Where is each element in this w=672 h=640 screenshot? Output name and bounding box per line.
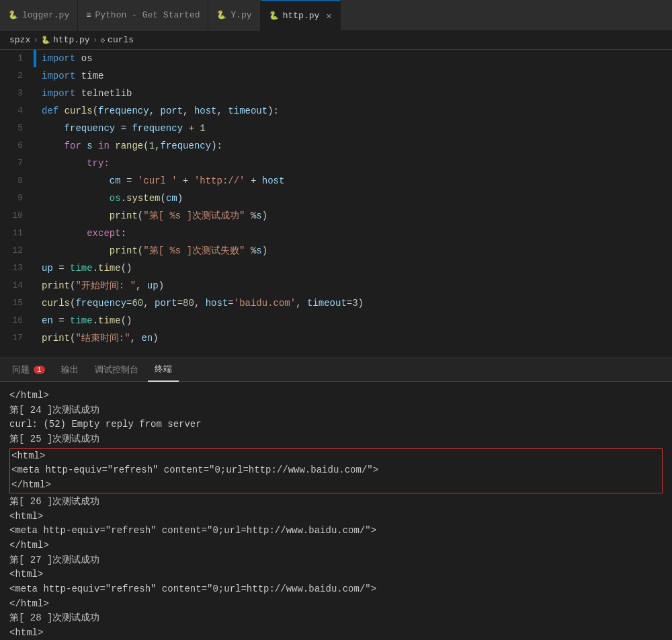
- line-content-11: except:: [36, 225, 126, 242]
- terminal-line-7: </html>: [11, 478, 661, 493]
- code-line-9[interactable]: 9 os.system(cm): [0, 190, 672, 207]
- line-content-15: curls(frequency=60, port=80, host='baidu…: [36, 294, 364, 312]
- terminal-line-14: <meta http-equiv="refresh" content="0;ur…: [9, 582, 663, 597]
- line-content-14: print("开始时间: ", up): [36, 277, 164, 294]
- terminal-line-13: <html>: [9, 567, 663, 582]
- breadcrumb-sep-2: ›: [93, 35, 98, 45]
- breadcrumb-function[interactable]: curls: [108, 35, 134, 45]
- code-line-17[interactable]: 17 print("结束时间:", en): [0, 329, 672, 347]
- line-num-12: 12: [0, 242, 34, 259]
- line-content-6: for s in range(1,frequency):: [36, 137, 222, 155]
- terminal-line-3: curl: (52) Empty reply from server: [9, 417, 663, 432]
- code-line-14[interactable]: 14 print("开始时间: ", up): [0, 277, 672, 294]
- tab-logger-label: logger.py: [22, 10, 69, 20]
- breadcrumb-file[interactable]: http.py: [53, 35, 90, 45]
- code-lines: 1 import os 2 import time 3 import telne…: [0, 50, 672, 347]
- line-num-14: 14: [0, 277, 34, 294]
- terminal-line-9: <html>: [9, 510, 663, 524]
- code-line-8[interactable]: 8 cm = 'curl ' + 'http://' + host: [0, 172, 672, 190]
- line-content-17: print("结束时间:", en): [36, 329, 159, 347]
- code-line-13[interactable]: 13 up = time.time(): [0, 259, 672, 277]
- line-num-7: 7: [0, 155, 34, 172]
- tab-logger[interactable]: 🐍 logger.py: [0, 0, 78, 31]
- line-content-7: try:: [36, 155, 110, 172]
- breadcrumb: spzx › 🐍 http.py › ◇ curls: [0, 31, 672, 50]
- terminal-line-6: <meta http-equiv="refresh" content="0;ur…: [11, 463, 661, 478]
- python-icon: 🐍: [8, 10, 18, 20]
- tab-http-label: http.py: [283, 11, 320, 21]
- highlighted-block: <html> <meta http-equiv="refresh" conten…: [9, 448, 663, 493]
- panel-tabs: 问题 1 输出 调试控制台 终端: [0, 358, 672, 382]
- line-content-8: cm = 'curl ' + 'http://' + host: [36, 172, 284, 190]
- line-num-17: 17: [0, 329, 34, 347]
- code-line-7[interactable]: 7 try:: [0, 155, 672, 172]
- code-line-5[interactable]: 5 frequency = frequency + 1: [0, 120, 672, 137]
- terminal-label: 终端: [155, 363, 172, 375]
- line-num-5: 5: [0, 120, 34, 137]
- code-line-10[interactable]: 10 print("第[ %s ]次测试成功" %s): [0, 207, 672, 225]
- output-label: 输出: [61, 364, 79, 376]
- line-content-2: import time: [36, 67, 103, 85]
- debug-label: 调试控制台: [95, 364, 138, 376]
- code-line-16[interactable]: 16 en = time.time(): [0, 312, 672, 329]
- line-num-6: 6: [0, 137, 34, 155]
- code-editor: 1 import os 2 import time 3 import telne…: [0, 50, 672, 358]
- line-content-10: print("第[ %s ]次测试成功" %s): [36, 207, 267, 225]
- line-content-16: en = time.time(): [36, 312, 132, 329]
- line-num-3: 3: [0, 85, 34, 102]
- line-content-9: os.system(cm): [36, 190, 183, 207]
- tab-terminal[interactable]: 终端: [148, 358, 179, 382]
- terminal-line-8: 第[ 26 ]次测试成功: [9, 495, 663, 510]
- http-py-icon: 🐍: [269, 11, 279, 21]
- terminal-content[interactable]: </html> 第[ 24 ]次测试成功 curl: (52) Empty re…: [0, 382, 672, 640]
- getting-started-icon: ≡: [86, 11, 91, 20]
- y-py-icon: 🐍: [216, 10, 226, 20]
- line-content-4: def curls(frequency, port, host, timeout…: [36, 102, 279, 120]
- code-line-4[interactable]: 4 def curls(frequency, port, host, timeo…: [0, 102, 672, 120]
- tab-y-label: Y.py: [230, 10, 251, 20]
- tab-problems[interactable]: 问题 1: [5, 358, 52, 382]
- line-content-3: import telnetlib: [36, 85, 132, 102]
- tab-output[interactable]: 输出: [54, 358, 85, 382]
- line-content-5: frequency = frequency + 1: [36, 120, 206, 137]
- line-num-8: 8: [0, 172, 34, 190]
- function-icon: ◇: [100, 36, 105, 44]
- terminal-line-2: 第[ 24 ]次测试成功: [9, 403, 663, 418]
- code-line-1[interactable]: 1 import os: [0, 50, 672, 67]
- line-content-13: up = time.time(): [36, 259, 132, 277]
- breadcrumb-sep-1: ›: [33, 35, 38, 45]
- problems-label: 问题: [12, 364, 30, 376]
- terminal-line-15: </html>: [9, 597, 663, 612]
- terminal-line-10: <meta http-equiv="refresh" content="0;ur…: [9, 524, 663, 538]
- line-num-9: 9: [0, 190, 34, 207]
- terminal-line-1: </html>: [9, 389, 663, 403]
- panel: 问题 1 输出 调试控制台 终端 </html> 第[ 24 ]次测试成功 cu…: [0, 358, 672, 640]
- tab-y[interactable]: 🐍 Y.py: [208, 0, 260, 31]
- code-line-12[interactable]: 12 print("第[ %s ]次测试失败" %s): [0, 242, 672, 259]
- code-line-3[interactable]: 3 import telnetlib: [0, 85, 672, 102]
- breadcrumb-spzx[interactable]: spzx: [9, 35, 30, 45]
- line-num-1: 1: [0, 50, 34, 67]
- line-num-2: 2: [0, 67, 34, 85]
- tab-getting-started[interactable]: ≡ Python - Get Started: [78, 0, 208, 31]
- line-num-4: 4: [0, 102, 34, 120]
- file-icon: 🐍: [41, 36, 50, 44]
- terminal-line-11: </html>: [9, 538, 663, 553]
- tab-close-button[interactable]: ✕: [326, 10, 331, 22]
- terminal-line-17: <html>: [9, 626, 663, 640]
- line-num-13: 13: [0, 259, 34, 277]
- line-content-1: import os: [36, 50, 93, 67]
- tab-getting-started-label: Python - Get Started: [95, 10, 200, 20]
- line-num-10: 10: [0, 207, 34, 225]
- code-line-2[interactable]: 2 import time: [0, 67, 672, 85]
- code-line-15[interactable]: 15 curls(frequency=60, port=80, host='ba…: [0, 294, 672, 312]
- code-line-11[interactable]: 11 except:: [0, 225, 672, 242]
- line-num-15: 15: [0, 294, 34, 312]
- tab-debug-console[interactable]: 调试控制台: [88, 358, 145, 382]
- line-content-12: print("第[ %s ]次测试失败" %s): [36, 242, 267, 259]
- terminal-line-12: 第[ 27 ]次测试成功: [9, 553, 663, 568]
- tab-http[interactable]: 🐍 http.py ✕: [261, 0, 341, 31]
- problems-badge: 1: [34, 366, 45, 374]
- line-num-16: 16: [0, 312, 34, 329]
- code-line-6[interactable]: 6 for s in range(1,frequency):: [0, 137, 672, 155]
